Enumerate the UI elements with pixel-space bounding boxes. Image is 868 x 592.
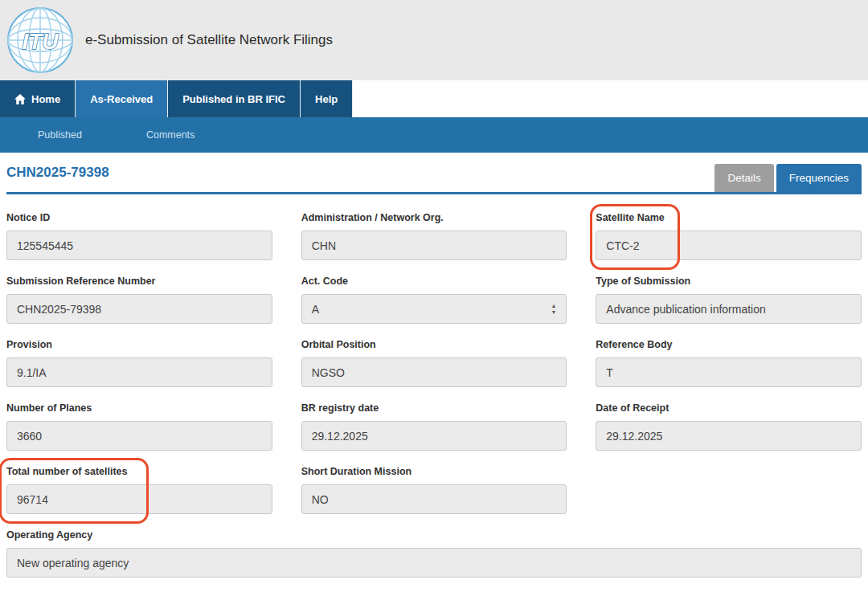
field-label: Provision <box>6 339 272 350</box>
field-reference-body: Reference Body T <box>596 339 862 387</box>
field-label: Total number of satellites <box>6 466 272 477</box>
field-label: Administration / Network Org. <box>301 212 567 223</box>
provision-field[interactable]: 9.1/IA <box>6 357 272 387</box>
itu-logo: ITU <box>6 6 74 74</box>
nav-tab-published-in-br-ific[interactable]: Published in BR IFIC <box>168 80 301 117</box>
field-date-of-receipt: Date of Receipt 29.12.2025 <box>596 402 862 451</box>
reference-body-field[interactable]: T <box>596 357 862 387</box>
nav-tab-as-received[interactable]: As-Received <box>76 80 168 117</box>
act-code-value: A <box>312 303 319 316</box>
number-of-planes-field[interactable]: 3660 <box>6 421 272 451</box>
field-label: Reference Body <box>596 339 862 350</box>
field-label: Notice ID <box>6 212 272 223</box>
notice-form: Notice ID 125545445 Administration / Net… <box>0 212 868 578</box>
field-label: Type of Submission <box>596 276 862 287</box>
field-satellite-name: Satellite Name CTC-2 <box>596 212 862 260</box>
field-administration: Administration / Network Org. CHN <box>301 212 567 260</box>
field-label: BR registry date <box>301 402 567 414</box>
field-label: Date of Receipt <box>596 402 862 414</box>
app-header: ITU e-Submission of Satellite Network Fi… <box>0 0 868 80</box>
frequencies-button[interactable]: Frequencies <box>776 164 862 192</box>
field-provision: Provision 9.1/IA <box>6 339 272 387</box>
type-of-submission-field[interactable]: Advance publication information <box>596 294 862 324</box>
view-switch-buttons: Details Frequencies <box>714 164 862 192</box>
field-br-registry-date: BR registry date 29.12.2025 <box>301 402 567 451</box>
page-title: CHN2025-79398 <box>6 165 109 192</box>
field-label: Orbital Position <box>301 339 567 350</box>
details-button[interactable]: Details <box>714 164 773 192</box>
act-code-select[interactable]: A ▲ ▼ <box>301 294 567 324</box>
field-orbital-position: Orbital Position NGSO <box>301 339 567 387</box>
svg-text:ITU: ITU <box>22 29 59 54</box>
short-duration-mission-field[interactable]: NO <box>301 484 567 514</box>
notice-id-field[interactable]: 125545445 <box>6 231 272 260</box>
br-registry-date-field[interactable]: 29.12.2025 <box>301 421 567 451</box>
field-operating-agency: Operating Agency New operating agency <box>6 529 862 578</box>
field-label: Act. Code <box>301 276 567 287</box>
submission-reference-field[interactable]: CHN2025-79398 <box>6 294 272 324</box>
field-label: Satellite Name <box>596 212 862 223</box>
nav-tab-label: Help <box>315 93 338 105</box>
nav-tab-help[interactable]: Help <box>301 80 353 117</box>
arrow-down-icon: ▼ <box>551 309 556 316</box>
title-row: CHN2025-79398 Details Frequencies <box>6 164 862 194</box>
field-type-of-submission: Type of Submission Advance publication i… <box>596 276 862 324</box>
app-title: e-Submission of Satellite Network Filing… <box>85 32 333 48</box>
select-arrows-icon: ▲ ▼ <box>551 303 556 315</box>
field-label: Number of Planes <box>6 402 272 414</box>
field-label: Operating Agency <box>6 529 862 541</box>
subnav-item-published[interactable]: Published <box>38 129 82 141</box>
sub-nav: Published Comments <box>0 117 868 153</box>
date-of-receipt-field[interactable]: 29.12.2025 <box>596 421 862 451</box>
nav-tab-home[interactable]: Home <box>0 80 76 117</box>
main-nav: Home As-Received Published in BR IFIC He… <box>0 80 868 117</box>
orbital-position-field[interactable]: NGSO <box>301 357 567 387</box>
subnav-item-comments[interactable]: Comments <box>146 129 194 141</box>
nav-tab-label: Published in BR IFIC <box>182 93 285 105</box>
field-act-code: Act. Code A ▲ ▼ <box>301 276 567 324</box>
operating-agency-field[interactable]: New operating agency <box>6 548 862 578</box>
field-label: Short Duration Mission <box>301 466 567 477</box>
nav-tab-label: Home <box>31 93 60 105</box>
field-total-satellites: Total number of satellites 96714 <box>6 466 272 514</box>
total-satellites-field[interactable]: 96714 <box>6 484 272 514</box>
home-icon <box>14 94 26 104</box>
satellite-name-field[interactable]: CTC-2 <box>596 231 862 260</box>
administration-field[interactable]: CHN <box>301 231 567 260</box>
arrow-up-icon: ▲ <box>551 303 556 309</box>
field-short-duration-mission: Short Duration Mission NO <box>301 466 567 514</box>
field-notice-id: Notice ID 125545445 <box>6 212 272 260</box>
field-number-of-planes: Number of Planes 3660 <box>6 402 272 451</box>
field-submission-reference: Submission Reference Number CHN2025-7939… <box>6 276 272 324</box>
nav-tab-label: As-Received <box>90 93 153 105</box>
field-label: Submission Reference Number <box>6 276 272 287</box>
